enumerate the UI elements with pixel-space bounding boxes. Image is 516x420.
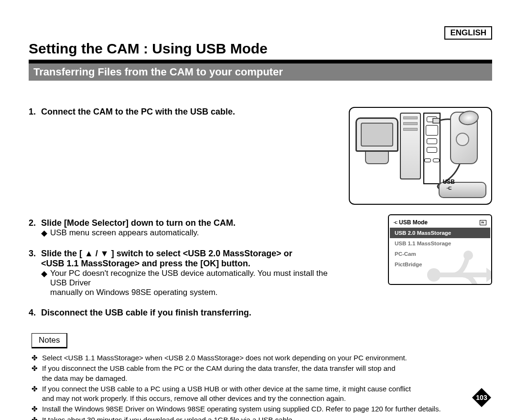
note-item: ✤Install the Windows 98SE Driver on Wind… <box>32 404 492 414</box>
note-text: If you connect the USB cable to a PC usi… <box>42 384 411 404</box>
flower-bullet-icon: ✤ <box>32 415 42 420</box>
flower-bullet-icon: ✤ <box>32 384 42 404</box>
sub-line: Your PC doesn't recognize the USB device… <box>50 269 328 287</box>
step-4: 4. Disconnect the USB cable if you finis… <box>29 308 339 318</box>
note-line: and may not work properly. If this occur… <box>42 394 346 402</box>
title-divider <box>29 60 492 63</box>
step-text-fragment: Slide the [ <box>41 249 85 258</box>
usb-watermark-icon <box>424 234 492 285</box>
figures-column: USB USB <box>349 107 492 328</box>
note-item: ✤It takes about 30 minutes if you downlo… <box>32 415 492 420</box>
lcd-title-text: USB Mode <box>399 219 428 226</box>
step-sub: ◆ Your PC doesn't recognize the USB devi… <box>41 269 339 297</box>
page-number: 103 <box>476 394 487 401</box>
lcd-title: USB Mode <box>394 219 428 226</box>
svg-point-4 <box>463 251 473 260</box>
step-text: Slide the [ / ] switch to select <USB 2.… <box>41 249 292 269</box>
step-text: Connect the CAM to the PC with the USB c… <box>41 107 235 117</box>
diamond-bullet-icon: ◆ <box>41 269 47 297</box>
notes-list: ✤Select <USB 1.1 MassStorage> when <USB … <box>32 353 492 420</box>
language-badge: ENGLISH <box>444 26 492 40</box>
diamond-bullet-icon: ◆ <box>41 228 47 238</box>
step-sub-text: USB menu screen appears automatically. <box>50 228 199 238</box>
down-arrow-icon <box>100 249 109 258</box>
step-number: 3. <box>29 249 41 269</box>
note-line: If you connect the USB cable to a PC usi… <box>42 385 411 393</box>
notes-heading: Notes <box>32 333 67 348</box>
step-sub-text: Your PC doesn't recognize the USB device… <box>50 269 339 297</box>
pc-tower-icon <box>400 113 421 179</box>
step-2: 2. Slide [Mode Selector] down to turn on… <box>29 218 339 238</box>
up-arrow-icon <box>85 249 93 258</box>
step-text: Disconnect the USB cable if you finish t… <box>41 308 251 318</box>
step-sub: ◆ USB menu screen appears automatically. <box>41 228 339 238</box>
step-number: 4. <box>29 308 41 318</box>
step-text-fragment: / <box>93 249 100 258</box>
usb-symbol-icon <box>443 185 455 191</box>
content-row: 1. Connect the CAM to the PC with the US… <box>29 107 492 328</box>
section-heading: Transferring Files from the CAM to your … <box>29 63 492 81</box>
flower-bullet-icon: ✤ <box>32 353 42 363</box>
note-line: If you disconnect the USB cable from the… <box>42 364 396 372</box>
page-number-badge: 103 <box>471 387 492 408</box>
step-text-fragment: ] switch to select <USB 2.0 MassStorage>… <box>109 249 292 258</box>
flower-bullet-icon: ✤ <box>32 404 42 414</box>
note-item: ✤Select <USB 1.1 MassStorage> when <USB … <box>32 353 492 363</box>
step-number: 1. <box>29 107 41 117</box>
usb-small-icon <box>394 219 399 226</box>
monitor-icon <box>355 117 398 164</box>
step-1: 1. Connect the CAM to the PC with the US… <box>29 107 339 208</box>
note-text: Install the Windows 98SE Driver on Windo… <box>42 404 441 414</box>
lcd-screen: USB Mode USB 2.0 MassStorage USB 1.1 Mas… <box>388 214 492 285</box>
note-item: ✤If you connect the USB cable to a PC us… <box>32 384 492 404</box>
note-item: ✤If you disconnect the USB cable from th… <box>32 364 492 383</box>
step-number: 2. <box>29 218 41 228</box>
connection-illustration: USB <box>349 107 492 205</box>
manual-page: ENGLISH Setting the CAM : Using USB Mode… <box>0 0 516 420</box>
page-title: Setting the CAM : Using USB Mode <box>29 41 492 57</box>
usb-label: USB <box>443 179 455 191</box>
step-text: Slide [Mode Selector] down to turn on th… <box>41 218 236 228</box>
flower-bullet-icon: ✤ <box>32 364 42 383</box>
step-text-line2: <USB 1.1 MassStorage> and press the [OK]… <box>41 259 250 268</box>
camera-icon <box>447 112 482 169</box>
sub-line: manually on Windows 98SE operating syste… <box>50 288 218 297</box>
note-line: the data may be damaged. <box>42 374 127 382</box>
svg-rect-0 <box>433 118 440 123</box>
steps-column: 1. Connect the CAM to the PC with the US… <box>29 107 349 328</box>
note-text: Select <USB 1.1 MassStorage> when <USB 2… <box>42 353 407 363</box>
step-list: 1. Connect the CAM to the PC with the US… <box>29 107 339 318</box>
note-text: It takes about 30 minutes if you downloa… <box>42 415 294 420</box>
note-text: If you disconnect the USB cable from the… <box>42 364 396 383</box>
memory-card-icon <box>480 220 486 225</box>
step-3: 3. Slide the [ / ] switch to select <USB… <box>29 249 339 297</box>
lcd-header: USB Mode <box>389 219 491 226</box>
